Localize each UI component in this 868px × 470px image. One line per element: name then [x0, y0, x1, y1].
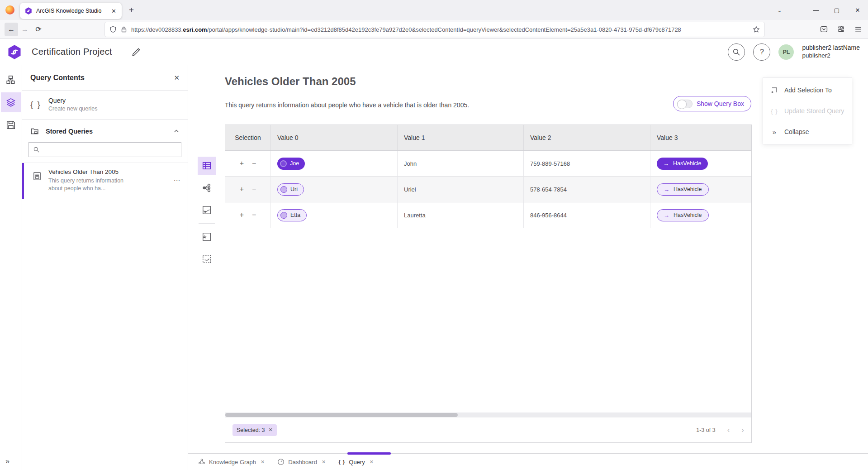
- tab-close-icon[interactable]: ✕: [261, 459, 265, 465]
- rail-save-button[interactable]: [1, 115, 21, 135]
- show-query-box-toggle[interactable]: Show Query Box: [673, 96, 751, 111]
- add-selection-icon: [770, 86, 778, 94]
- pocket-icon[interactable]: [817, 22, 830, 36]
- table-view-button[interactable]: [198, 157, 216, 175]
- tab-dashboard[interactable]: Dashboard ✕: [271, 454, 332, 470]
- bookmark-star-icon[interactable]: [753, 26, 760, 33]
- next-page-icon[interactable]: ›: [741, 426, 744, 435]
- results-table: Selection Value 0 Value 1 Value 2 Value …: [225, 125, 752, 443]
- panel-close-icon[interactable]: ✕: [174, 74, 180, 82]
- new-map-view-button[interactable]: [198, 228, 216, 246]
- panel-title: Query Contents: [30, 74, 174, 82]
- menu-icon[interactable]: [852, 22, 864, 36]
- window-close-button[interactable]: ✕: [847, 0, 868, 20]
- back-button[interactable]: ←: [5, 23, 18, 36]
- tab-knowledge-graph[interactable]: Knowledge Graph ✕: [192, 454, 271, 470]
- user-avatar[interactable]: PL: [778, 44, 794, 60]
- edit-title-pencil-icon[interactable]: [131, 47, 141, 57]
- query-item[interactable]: { } Query Create new queries: [22, 91, 188, 120]
- add-to-selection-button[interactable]: +: [240, 211, 244, 219]
- reload-button[interactable]: ⟳: [32, 23, 45, 36]
- table-footer: Selected: 3 ✕ 1-3 of 3 ‹ ›: [225, 417, 751, 442]
- tab-close-icon[interactable]: ✕: [322, 459, 326, 465]
- app-logo-icon: [6, 44, 23, 60]
- stored-query-item[interactable]: Vehicles Older Than 2005 This query retu…: [22, 163, 188, 199]
- toggle-switch[interactable]: [677, 100, 693, 108]
- clear-selection-icon[interactable]: ✕: [269, 427, 273, 433]
- left-rail: »: [0, 65, 22, 470]
- cell-value2: 846-956-8644: [524, 202, 650, 228]
- scrollbar-thumb[interactable]: [225, 413, 458, 417]
- cell-value2: 759-889-57168: [524, 151, 650, 176]
- stored-queries-search[interactable]: [28, 142, 181, 157]
- help-button[interactable]: ?: [753, 43, 770, 61]
- remove-from-selection-button[interactable]: −: [252, 159, 256, 168]
- user-info[interactable]: publisher2 lastName publisher2: [802, 44, 860, 59]
- rail-data-model-button[interactable]: [1, 70, 21, 90]
- add-to-selection-button[interactable]: +: [240, 185, 244, 193]
- extensions-icon[interactable]: [835, 22, 847, 36]
- query-contents-panel: Query Contents ✕ { } Query Create new qu…: [22, 65, 188, 470]
- stored-queries-header[interactable]: Stored Queries: [22, 120, 188, 140]
- rail-contents-button[interactable]: [1, 92, 21, 112]
- menu-item-update-stored-query[interactable]: { } Update Stored Query: [763, 101, 852, 121]
- url-bar[interactable]: https://dev0028833.esri.com/portal/apps/…: [105, 22, 764, 37]
- double-chevron-icon: »: [770, 128, 778, 136]
- window-maximize-button[interactable]: ▢: [826, 0, 847, 20]
- map-view-button[interactable]: [198, 201, 216, 219]
- link-chart-view-button[interactable]: [198, 179, 216, 197]
- previous-page-icon[interactable]: ‹: [727, 426, 730, 435]
- new-tab-button[interactable]: +: [129, 5, 134, 15]
- relationship-pill[interactable]: →HasVehicle: [657, 209, 709, 221]
- column-header-value1: Value 1: [398, 125, 524, 150]
- user-name: publisher2 lastName: [802, 44, 860, 52]
- horizontal-scrollbar[interactable]: [225, 412, 751, 417]
- selected-count-chip[interactable]: Selected: 3 ✕: [232, 424, 277, 436]
- stored-query-overflow-icon[interactable]: ...: [174, 175, 180, 192]
- browser-tab[interactable]: ArcGIS Knowledge Studio ✕: [20, 3, 122, 19]
- row-range-label: 1-3 of 3: [696, 427, 715, 433]
- remove-from-selection-button[interactable]: −: [252, 185, 256, 193]
- arrow-icon: →: [663, 160, 669, 167]
- menu-item-collapse[interactable]: » Collapse: [763, 121, 852, 142]
- query-description: This query returns information about peo…: [225, 101, 469, 109]
- tab-close-icon[interactable]: ✕: [110, 8, 117, 14]
- chevron-up-icon[interactable]: [173, 128, 180, 134]
- braces-icon: { }: [30, 100, 41, 110]
- stored-queries-search-input[interactable]: [43, 143, 177, 157]
- dashboard-icon: [277, 458, 285, 465]
- relationship-pill[interactable]: →HasVehicle: [657, 158, 708, 170]
- forward-button[interactable]: →: [18, 23, 32, 36]
- window-minimize-button[interactable]: —: [806, 0, 826, 20]
- knowledge-graph-icon: [198, 458, 205, 465]
- search-button[interactable]: [728, 43, 745, 61]
- list-all-tabs-icon[interactable]: ⌄: [777, 7, 782, 14]
- firefox-view-icon[interactable]: [5, 5, 14, 14]
- active-tab-indicator: [347, 452, 391, 455]
- add-to-selection-button[interactable]: +: [240, 159, 244, 168]
- table-row: + − Uri Uriel 578-654-7854 →HasVehicle: [225, 177, 751, 202]
- selection-view-button[interactable]: [198, 250, 216, 268]
- tab-close-icon[interactable]: ✕: [370, 459, 374, 465]
- expand-rail-icon[interactable]: »: [5, 457, 9, 465]
- query-braces-icon: { }: [338, 459, 345, 465]
- entity-pill[interactable]: Joe: [277, 158, 305, 170]
- tab-query[interactable]: { } Query ✕: [332, 454, 380, 470]
- entity-pill[interactable]: Uri: [277, 183, 304, 196]
- entity-dot-icon: [280, 160, 287, 167]
- entity-dot-icon: [280, 212, 287, 219]
- remove-from-selection-button[interactable]: −: [252, 211, 256, 219]
- folder-icon: [30, 127, 39, 136]
- browser-titlebar: ArcGIS Knowledge Studio ✕ + ⌄ — ▢ ✕: [0, 0, 868, 20]
- lock-icon[interactable]: [120, 26, 128, 33]
- entity-pill[interactable]: Etta: [277, 209, 307, 221]
- arrow-icon: →: [664, 186, 669, 193]
- tracking-shield-icon[interactable]: [109, 26, 117, 33]
- column-header-selection: Selection: [225, 125, 271, 150]
- browser-window: ArcGIS Knowledge Studio ✕ + ⌄ — ▢ ✕ ← → …: [0, 0, 868, 470]
- cell-value2: 578-654-7854: [524, 177, 650, 202]
- user-username: publisher2: [802, 52, 860, 60]
- tab-title: ArcGIS Knowledge Studio: [36, 8, 107, 14]
- menu-item-add-selection-to[interactable]: Add Selection To: [763, 80, 852, 101]
- relationship-pill[interactable]: →HasVehicle: [657, 183, 709, 196]
